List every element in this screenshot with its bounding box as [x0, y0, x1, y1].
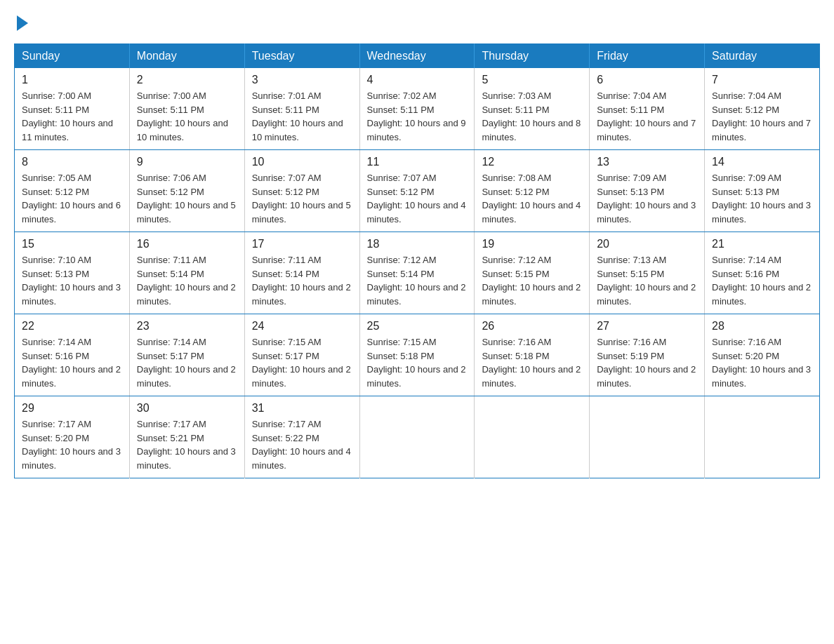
calendar-week-5: 29 Sunrise: 7:17 AMSunset: 5:20 PMDaylig…: [15, 396, 820, 478]
column-header-tuesday: Tuesday: [244, 44, 359, 69]
calendar-cell: 30 Sunrise: 7:17 AMSunset: 5:21 PMDaylig…: [129, 396, 244, 478]
day-number: 17: [252, 238, 352, 250]
calendar-cell: 10 Sunrise: 7:07 AMSunset: 5:12 PMDaylig…: [244, 150, 359, 232]
day-number: 14: [712, 156, 812, 168]
calendar-cell: 4 Sunrise: 7:02 AMSunset: 5:11 PMDayligh…: [359, 68, 475, 150]
day-info: Sunrise: 7:04 AMSunset: 5:12 PMDaylight:…: [712, 89, 812, 144]
calendar-cell: 21 Sunrise: 7:14 AMSunset: 5:16 PMDaylig…: [705, 232, 820, 314]
day-number: 3: [252, 74, 352, 86]
day-info: Sunrise: 7:07 AMSunset: 5:12 PMDaylight:…: [367, 171, 468, 226]
calendar-cell: 5 Sunrise: 7:03 AMSunset: 5:11 PMDayligh…: [475, 68, 590, 150]
calendar-cell: 11 Sunrise: 7:07 AMSunset: 5:12 PMDaylig…: [359, 150, 475, 232]
day-number: 18: [367, 238, 468, 250]
calendar-cell: 6 Sunrise: 7:04 AMSunset: 5:11 PMDayligh…: [590, 68, 705, 150]
day-info: Sunrise: 7:07 AMSunset: 5:12 PMDaylight:…: [252, 171, 352, 226]
day-number: 5: [482, 74, 582, 86]
column-header-monday: Monday: [129, 44, 244, 69]
day-number: 12: [482, 156, 582, 168]
day-number: 30: [137, 402, 237, 415]
page-header: [14, 14, 820, 31]
day-number: 16: [137, 238, 237, 250]
day-info: Sunrise: 7:15 AMSunset: 5:17 PMDaylight:…: [252, 335, 352, 390]
day-number: 24: [252, 320, 352, 333]
day-number: 19: [482, 238, 582, 250]
day-info: Sunrise: 7:17 AMSunset: 5:21 PMDaylight:…: [137, 417, 237, 472]
calendar-cell: [475, 396, 590, 478]
calendar-cell: 13 Sunrise: 7:09 AMSunset: 5:13 PMDaylig…: [590, 150, 705, 232]
day-number: 10: [252, 156, 352, 168]
day-number: 1: [22, 74, 122, 86]
calendar-cell: 20 Sunrise: 7:13 AMSunset: 5:15 PMDaylig…: [590, 232, 705, 314]
day-info: Sunrise: 7:08 AMSunset: 5:12 PMDaylight:…: [482, 171, 582, 226]
calendar-cell: 9 Sunrise: 7:06 AMSunset: 5:12 PMDayligh…: [129, 150, 244, 232]
day-info: Sunrise: 7:11 AMSunset: 5:14 PMDaylight:…: [252, 253, 352, 308]
calendar-cell: 18 Sunrise: 7:12 AMSunset: 5:14 PMDaylig…: [359, 232, 475, 314]
day-number: 27: [597, 320, 697, 333]
calendar-cell: 12 Sunrise: 7:08 AMSunset: 5:12 PMDaylig…: [475, 150, 590, 232]
calendar-cell: 1 Sunrise: 7:00 AMSunset: 5:11 PMDayligh…: [15, 68, 130, 150]
day-number: 31: [252, 402, 352, 415]
day-info: Sunrise: 7:17 AMSunset: 5:20 PMDaylight:…: [22, 417, 122, 472]
day-info: Sunrise: 7:16 AMSunset: 5:20 PMDaylight:…: [712, 335, 812, 390]
calendar-cell: 23 Sunrise: 7:14 AMSunset: 5:17 PMDaylig…: [129, 314, 244, 396]
day-info: Sunrise: 7:14 AMSunset: 5:17 PMDaylight:…: [137, 335, 237, 390]
day-info: Sunrise: 7:14 AMSunset: 5:16 PMDaylight:…: [22, 335, 122, 390]
day-info: Sunrise: 7:02 AMSunset: 5:11 PMDaylight:…: [367, 89, 468, 144]
calendar-cell: 24 Sunrise: 7:15 AMSunset: 5:17 PMDaylig…: [244, 314, 359, 396]
day-info: Sunrise: 7:00 AMSunset: 5:11 PMDaylight:…: [22, 89, 122, 144]
calendar-cell: 22 Sunrise: 7:14 AMSunset: 5:16 PMDaylig…: [15, 314, 130, 396]
day-info: Sunrise: 7:10 AMSunset: 5:13 PMDaylight:…: [22, 253, 122, 308]
day-number: 9: [137, 156, 237, 168]
calendar-cell: 8 Sunrise: 7:05 AMSunset: 5:12 PMDayligh…: [15, 150, 130, 232]
day-info: Sunrise: 7:16 AMSunset: 5:19 PMDaylight:…: [597, 335, 697, 390]
calendar-week-4: 22 Sunrise: 7:14 AMSunset: 5:16 PMDaylig…: [15, 314, 820, 396]
column-header-sunday: Sunday: [15, 44, 130, 69]
logo: [14, 14, 28, 31]
calendar-cell: 7 Sunrise: 7:04 AMSunset: 5:12 PMDayligh…: [705, 68, 820, 150]
day-info: Sunrise: 7:03 AMSunset: 5:11 PMDaylight:…: [482, 89, 582, 144]
day-number: 8: [22, 156, 122, 168]
calendar-cell: 17 Sunrise: 7:11 AMSunset: 5:14 PMDaylig…: [244, 232, 359, 314]
day-number: 22: [22, 320, 122, 333]
calendar-cell: 25 Sunrise: 7:15 AMSunset: 5:18 PMDaylig…: [359, 314, 475, 396]
calendar-cell: 2 Sunrise: 7:00 AMSunset: 5:11 PMDayligh…: [129, 68, 244, 150]
day-number: 28: [712, 320, 812, 333]
logo-triangle-icon: [17, 15, 28, 31]
day-number: 2: [137, 74, 237, 86]
day-number: 13: [597, 156, 697, 168]
day-number: 6: [597, 74, 697, 86]
calendar-cell: 27 Sunrise: 7:16 AMSunset: 5:19 PMDaylig…: [590, 314, 705, 396]
day-info: Sunrise: 7:09 AMSunset: 5:13 PMDaylight:…: [712, 171, 812, 226]
day-info: Sunrise: 7:11 AMSunset: 5:14 PMDaylight:…: [137, 253, 237, 308]
day-info: Sunrise: 7:14 AMSunset: 5:16 PMDaylight:…: [712, 253, 812, 308]
column-header-thursday: Thursday: [475, 44, 590, 69]
day-number: 23: [137, 320, 237, 333]
day-info: Sunrise: 7:05 AMSunset: 5:12 PMDaylight:…: [22, 171, 122, 226]
calendar-cell: 14 Sunrise: 7:09 AMSunset: 5:13 PMDaylig…: [705, 150, 820, 232]
calendar-cell: 29 Sunrise: 7:17 AMSunset: 5:20 PMDaylig…: [15, 396, 130, 478]
calendar-cell: 19 Sunrise: 7:12 AMSunset: 5:15 PMDaylig…: [475, 232, 590, 314]
calendar-cell: 15 Sunrise: 7:10 AMSunset: 5:13 PMDaylig…: [15, 232, 130, 314]
day-info: Sunrise: 7:13 AMSunset: 5:15 PMDaylight:…: [597, 253, 697, 308]
column-header-saturday: Saturday: [705, 44, 820, 69]
day-number: 20: [597, 238, 697, 250]
day-info: Sunrise: 7:01 AMSunset: 5:11 PMDaylight:…: [252, 89, 352, 144]
calendar-table: SundayMondayTuesdayWednesdayThursdayFrid…: [14, 43, 820, 478]
day-number: 7: [712, 74, 812, 86]
column-header-wednesday: Wednesday: [359, 44, 475, 69]
day-info: Sunrise: 7:15 AMSunset: 5:18 PMDaylight:…: [367, 335, 468, 390]
day-number: 29: [22, 402, 122, 415]
calendar-cell: 26 Sunrise: 7:16 AMSunset: 5:18 PMDaylig…: [475, 314, 590, 396]
column-header-friday: Friday: [590, 44, 705, 69]
calendar-cell: 3 Sunrise: 7:01 AMSunset: 5:11 PMDayligh…: [244, 68, 359, 150]
calendar-cell: [590, 396, 705, 478]
day-info: Sunrise: 7:09 AMSunset: 5:13 PMDaylight:…: [597, 171, 697, 226]
day-number: 26: [482, 320, 582, 333]
day-number: 15: [22, 238, 122, 250]
calendar-cell: 16 Sunrise: 7:11 AMSunset: 5:14 PMDaylig…: [129, 232, 244, 314]
day-number: 25: [367, 320, 468, 333]
day-info: Sunrise: 7:12 AMSunset: 5:15 PMDaylight:…: [482, 253, 582, 308]
calendar-cell: [359, 396, 475, 478]
day-info: Sunrise: 7:06 AMSunset: 5:12 PMDaylight:…: [137, 171, 237, 226]
calendar-week-3: 15 Sunrise: 7:10 AMSunset: 5:13 PMDaylig…: [15, 232, 820, 314]
